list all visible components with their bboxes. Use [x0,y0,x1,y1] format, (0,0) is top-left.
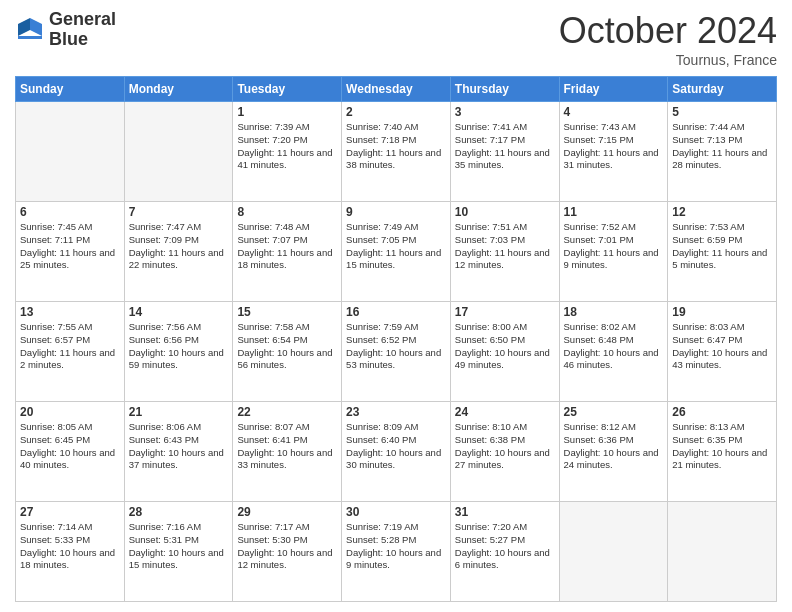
calendar-week-3: 13Sunrise: 7:55 AMSunset: 6:57 PMDayligh… [16,302,777,402]
calendar-cell: 19Sunrise: 8:03 AMSunset: 6:47 PMDayligh… [668,302,777,402]
day-number: 24 [455,405,555,419]
day-info: Sunrise: 7:19 AMSunset: 5:28 PMDaylight:… [346,521,446,572]
calendar-cell: 25Sunrise: 8:12 AMSunset: 6:36 PMDayligh… [559,402,668,502]
day-number: 5 [672,105,772,119]
day-number: 12 [672,205,772,219]
day-info: Sunrise: 7:51 AMSunset: 7:03 PMDaylight:… [455,221,555,272]
day-info: Sunrise: 7:56 AMSunset: 6:56 PMDaylight:… [129,321,229,372]
day-info: Sunrise: 7:52 AMSunset: 7:01 PMDaylight:… [564,221,664,272]
calendar-cell: 15Sunrise: 7:58 AMSunset: 6:54 PMDayligh… [233,302,342,402]
calendar-cell: 10Sunrise: 7:51 AMSunset: 7:03 PMDayligh… [450,202,559,302]
day-info: Sunrise: 7:17 AMSunset: 5:30 PMDaylight:… [237,521,337,572]
day-number: 17 [455,305,555,319]
day-number: 3 [455,105,555,119]
day-info: Sunrise: 7:53 AMSunset: 6:59 PMDaylight:… [672,221,772,272]
calendar-week-1: 1Sunrise: 7:39 AMSunset: 7:20 PMDaylight… [16,102,777,202]
day-header-friday: Friday [559,77,668,102]
calendar-table: SundayMondayTuesdayWednesdayThursdayFrid… [15,76,777,602]
calendar-cell: 6Sunrise: 7:45 AMSunset: 7:11 PMDaylight… [16,202,125,302]
calendar-header-row: SundayMondayTuesdayWednesdayThursdayFrid… [16,77,777,102]
calendar-cell: 23Sunrise: 8:09 AMSunset: 6:40 PMDayligh… [342,402,451,502]
calendar-cell: 8Sunrise: 7:48 AMSunset: 7:07 PMDaylight… [233,202,342,302]
day-number: 7 [129,205,229,219]
calendar-cell: 7Sunrise: 7:47 AMSunset: 7:09 PMDaylight… [124,202,233,302]
day-number: 2 [346,105,446,119]
calendar-cell: 4Sunrise: 7:43 AMSunset: 7:15 PMDaylight… [559,102,668,202]
day-info: Sunrise: 8:05 AMSunset: 6:45 PMDaylight:… [20,421,120,472]
day-number: 13 [20,305,120,319]
day-info: Sunrise: 8:02 AMSunset: 6:48 PMDaylight:… [564,321,664,372]
calendar-cell: 30Sunrise: 7:19 AMSunset: 5:28 PMDayligh… [342,502,451,602]
calendar-body: 1Sunrise: 7:39 AMSunset: 7:20 PMDaylight… [16,102,777,602]
day-info: Sunrise: 7:55 AMSunset: 6:57 PMDaylight:… [20,321,120,372]
day-number: 25 [564,405,664,419]
logo-line1: General [49,10,116,30]
day-header-wednesday: Wednesday [342,77,451,102]
calendar-cell: 13Sunrise: 7:55 AMSunset: 6:57 PMDayligh… [16,302,125,402]
day-number: 16 [346,305,446,319]
calendar-cell [559,502,668,602]
day-info: Sunrise: 7:44 AMSunset: 7:13 PMDaylight:… [672,121,772,172]
day-header-sunday: Sunday [16,77,125,102]
day-number: 28 [129,505,229,519]
day-number: 21 [129,405,229,419]
day-number: 22 [237,405,337,419]
day-info: Sunrise: 7:41 AMSunset: 7:17 PMDaylight:… [455,121,555,172]
calendar-cell: 26Sunrise: 8:13 AMSunset: 6:35 PMDayligh… [668,402,777,502]
calendar-cell: 11Sunrise: 7:52 AMSunset: 7:01 PMDayligh… [559,202,668,302]
day-info: Sunrise: 7:20 AMSunset: 5:27 PMDaylight:… [455,521,555,572]
day-number: 1 [237,105,337,119]
day-number: 14 [129,305,229,319]
day-info: Sunrise: 7:49 AMSunset: 7:05 PMDaylight:… [346,221,446,272]
day-info: Sunrise: 7:58 AMSunset: 6:54 PMDaylight:… [237,321,337,372]
calendar-week-4: 20Sunrise: 8:05 AMSunset: 6:45 PMDayligh… [16,402,777,502]
calendar-cell: 22Sunrise: 8:07 AMSunset: 6:41 PMDayligh… [233,402,342,502]
day-header-monday: Monday [124,77,233,102]
day-header-tuesday: Tuesday [233,77,342,102]
day-number: 30 [346,505,446,519]
day-info: Sunrise: 8:06 AMSunset: 6:43 PMDaylight:… [129,421,229,472]
day-number: 18 [564,305,664,319]
calendar-cell [124,102,233,202]
day-info: Sunrise: 8:03 AMSunset: 6:47 PMDaylight:… [672,321,772,372]
day-info: Sunrise: 8:10 AMSunset: 6:38 PMDaylight:… [455,421,555,472]
page: General Blue October 2024 Tournus, Franc… [0,0,792,612]
calendar-cell: 28Sunrise: 7:16 AMSunset: 5:31 PMDayligh… [124,502,233,602]
logo: General Blue [15,10,116,50]
calendar-week-2: 6Sunrise: 7:45 AMSunset: 7:11 PMDaylight… [16,202,777,302]
calendar-cell: 24Sunrise: 8:10 AMSunset: 6:38 PMDayligh… [450,402,559,502]
day-info: Sunrise: 8:12 AMSunset: 6:36 PMDaylight:… [564,421,664,472]
day-number: 26 [672,405,772,419]
calendar-cell: 14Sunrise: 7:56 AMSunset: 6:56 PMDayligh… [124,302,233,402]
calendar-cell: 1Sunrise: 7:39 AMSunset: 7:20 PMDaylight… [233,102,342,202]
calendar-cell [16,102,125,202]
day-number: 9 [346,205,446,219]
calendar-cell: 3Sunrise: 7:41 AMSunset: 7:17 PMDaylight… [450,102,559,202]
calendar-cell [668,502,777,602]
calendar-cell: 9Sunrise: 7:49 AMSunset: 7:05 PMDaylight… [342,202,451,302]
day-info: Sunrise: 7:48 AMSunset: 7:07 PMDaylight:… [237,221,337,272]
day-info: Sunrise: 7:45 AMSunset: 7:11 PMDaylight:… [20,221,120,272]
calendar-cell: 17Sunrise: 8:00 AMSunset: 6:50 PMDayligh… [450,302,559,402]
day-number: 23 [346,405,446,419]
day-header-saturday: Saturday [668,77,777,102]
day-info: Sunrise: 8:07 AMSunset: 6:41 PMDaylight:… [237,421,337,472]
calendar-cell: 20Sunrise: 8:05 AMSunset: 6:45 PMDayligh… [16,402,125,502]
day-number: 4 [564,105,664,119]
day-header-thursday: Thursday [450,77,559,102]
svg-rect-3 [18,36,42,39]
month-title: October 2024 [559,10,777,52]
day-number: 19 [672,305,772,319]
calendar-cell: 16Sunrise: 7:59 AMSunset: 6:52 PMDayligh… [342,302,451,402]
day-number: 15 [237,305,337,319]
calendar-cell: 12Sunrise: 7:53 AMSunset: 6:59 PMDayligh… [668,202,777,302]
day-info: Sunrise: 7:47 AMSunset: 7:09 PMDaylight:… [129,221,229,272]
title-block: October 2024 Tournus, France [559,10,777,68]
calendar-cell: 5Sunrise: 7:44 AMSunset: 7:13 PMDaylight… [668,102,777,202]
day-number: 29 [237,505,337,519]
calendar-cell: 18Sunrise: 8:02 AMSunset: 6:48 PMDayligh… [559,302,668,402]
day-info: Sunrise: 7:40 AMSunset: 7:18 PMDaylight:… [346,121,446,172]
day-number: 6 [20,205,120,219]
day-info: Sunrise: 8:13 AMSunset: 6:35 PMDaylight:… [672,421,772,472]
location: Tournus, France [559,52,777,68]
